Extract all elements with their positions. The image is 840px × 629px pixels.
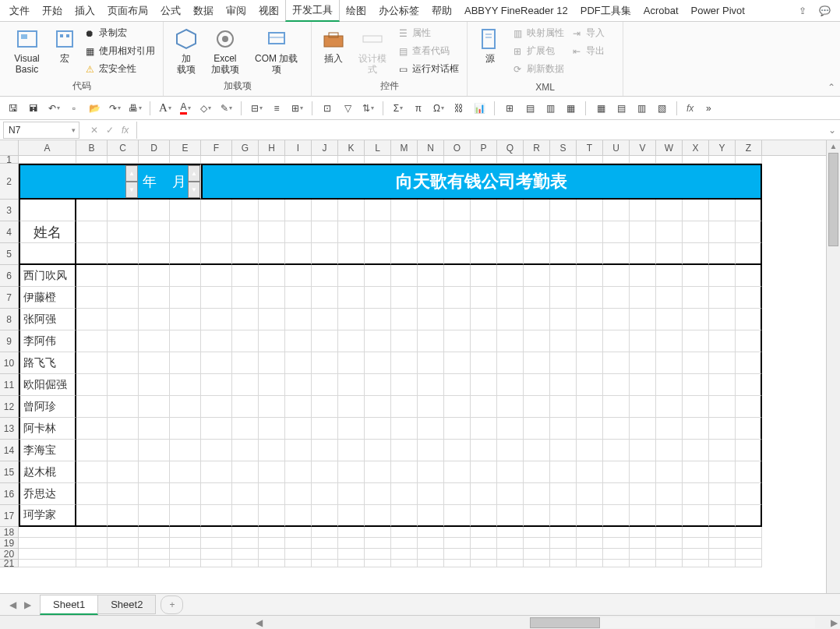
font-icon[interactable]: A <box>157 100 174 117</box>
cell[interactable] <box>444 418 471 440</box>
cell[interactable] <box>550 221 577 243</box>
cell[interactable] <box>497 505 524 527</box>
cell[interactable] <box>108 440 139 461</box>
cell[interactable] <box>471 538 497 549</box>
cell[interactable] <box>683 396 709 418</box>
tab-sheet2[interactable]: Sheet2 <box>97 595 156 614</box>
cell[interactable] <box>365 560 391 567</box>
scroll-up-icon[interactable]: ▲ <box>827 140 840 153</box>
cell[interactable] <box>577 418 603 440</box>
cell[interactable] <box>139 538 170 549</box>
row-header-8[interactable]: 8 <box>0 309 19 330</box>
cell[interactable] <box>497 418 524 440</box>
cell[interactable] <box>736 549 762 560</box>
cell[interactable] <box>524 549 550 560</box>
cell[interactable] <box>656 483 683 505</box>
cell[interactable] <box>603 156 630 164</box>
cell[interactable] <box>471 505 497 527</box>
col-header-Y[interactable]: Y <box>709 140 736 155</box>
cell[interactable] <box>497 200 524 221</box>
cell[interactable] <box>201 483 232 505</box>
cell[interactable] <box>497 330 524 352</box>
cell[interactable] <box>577 309 603 330</box>
cell[interactable] <box>76 505 108 527</box>
cell[interactable] <box>201 549 232 560</box>
cell[interactable] <box>201 374 232 396</box>
addins-button[interactable]: 加 载项 <box>168 23 203 78</box>
cell[interactable] <box>577 560 603 567</box>
row-header-16[interactable]: 16 <box>0 483 19 505</box>
cell[interactable] <box>76 352 108 374</box>
cell[interactable] <box>365 549 391 560</box>
align-icon[interactable]: ≡ <box>268 100 285 117</box>
cell[interactable] <box>338 483 365 505</box>
cell[interactable] <box>656 461 683 483</box>
menu-formula[interactable]: 公式 <box>154 1 187 21</box>
cell[interactable] <box>630 483 656 505</box>
cell[interactable] <box>497 309 524 330</box>
cell[interactable] <box>471 374 497 396</box>
cell[interactable] <box>709 156 736 164</box>
add-sheet-button[interactable]: + <box>161 595 183 614</box>
cell[interactable] <box>170 440 201 461</box>
cell[interactable] <box>603 418 630 440</box>
cell[interactable] <box>259 483 285 505</box>
map-props-button[interactable]: ▥映射属性 <box>508 25 567 41</box>
cell[interactable] <box>108 243 139 265</box>
cell[interactable] <box>170 505 201 527</box>
cell[interactable] <box>259 330 285 352</box>
col-header-J[interactable]: J <box>312 140 338 155</box>
cell[interactable] <box>108 549 139 560</box>
cell[interactable] <box>170 200 201 221</box>
row-header-7[interactable]: 7 <box>0 287 19 309</box>
cell[interactable] <box>285 352 312 374</box>
cell[interactable] <box>471 483 497 505</box>
cell[interactable] <box>418 309 444 330</box>
cell[interactable] <box>630 527 656 538</box>
cell[interactable] <box>656 440 683 461</box>
cell[interactable] <box>736 374 762 396</box>
cell[interactable] <box>524 352 550 374</box>
row-header-13[interactable]: 13 <box>0 418 19 440</box>
cell[interactable] <box>471 265 497 287</box>
cell[interactable] <box>232 461 259 483</box>
scroll-left-icon[interactable]: ◀ <box>252 617 265 628</box>
cell[interactable] <box>232 396 259 418</box>
cell[interactable] <box>736 243 762 265</box>
grid1-icon[interactable]: ▦ <box>592 100 609 117</box>
cell[interactable] <box>285 309 312 330</box>
cell[interactable] <box>656 156 683 164</box>
save-icon[interactable]: 🖫 <box>5 100 22 117</box>
cell[interactable] <box>736 461 762 483</box>
cell[interactable] <box>418 396 444 418</box>
cell[interactable] <box>656 352 683 374</box>
cell[interactable] <box>471 549 497 560</box>
cell[interactable] <box>139 330 170 352</box>
cell[interactable] <box>365 461 391 483</box>
cell[interactable] <box>170 538 201 549</box>
cell[interactable] <box>709 527 736 538</box>
cell[interactable] <box>76 461 108 483</box>
cell[interactable] <box>603 505 630 527</box>
cell[interactable] <box>285 440 312 461</box>
fx-icon[interactable]: fx <box>122 125 129 136</box>
cell[interactable] <box>365 287 391 309</box>
cell[interactable] <box>577 549 603 560</box>
cell[interactable] <box>108 396 139 418</box>
cell[interactable] <box>524 156 550 164</box>
fill-color-icon[interactable]: ◇ <box>197 100 214 117</box>
cell[interactable] <box>418 440 444 461</box>
cell[interactable] <box>76 330 108 352</box>
cell[interactable] <box>139 287 170 309</box>
cell[interactable] <box>524 221 550 243</box>
col-header-V[interactable]: V <box>630 140 656 155</box>
insert-control-button[interactable]: 插入 <box>316 23 351 67</box>
menu-file[interactable]: 文件 <box>3 1 36 21</box>
tool2-icon[interactable]: ▤ <box>521 100 538 117</box>
name-cell[interactable]: 西门吹风 <box>19 265 76 287</box>
cell[interactable] <box>550 440 577 461</box>
cell[interactable] <box>418 418 444 440</box>
cell[interactable] <box>365 538 391 549</box>
cell[interactable] <box>232 309 259 330</box>
cell[interactable] <box>259 560 285 567</box>
